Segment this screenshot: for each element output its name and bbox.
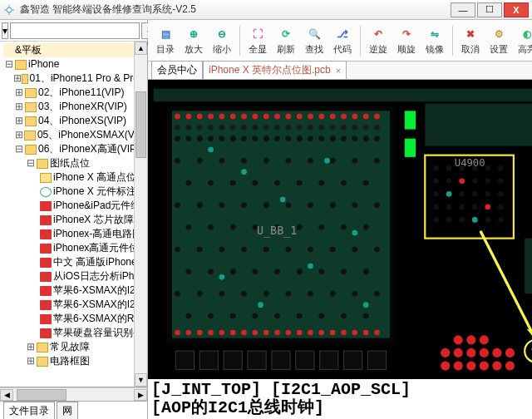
svg-point-33 <box>264 125 269 131</box>
tree-item[interactable]: 苹果硬盘容量识别-8 <box>3 326 147 340</box>
pdf-icon <box>40 229 52 239</box>
svg-point-131 <box>219 247 225 253</box>
svg-point-159 <box>208 313 214 319</box>
svg-rect-2 <box>154 89 532 102</box>
svg-point-88 <box>352 136 358 141</box>
tree-item[interactable]: 苹果6-XSMAX的RF <box>3 312 147 326</box>
zoom-in-button[interactable]: ⊕放大 <box>181 24 206 57</box>
tree-item[interactable]: iPhone X 元件标注 <box>3 185 147 199</box>
tree-item[interactable]: iPhone&iPad元件维 <box>3 199 147 213</box>
svg-point-21 <box>341 114 347 120</box>
svg-point-142 <box>253 269 259 274</box>
tree-item[interactable]: 苹果6-XSMAX的I2S <box>3 298 147 312</box>
svg-point-129 <box>175 247 180 253</box>
svg-point-38 <box>319 125 325 131</box>
svg-point-162 <box>274 313 280 319</box>
tree-hscrollbar[interactable]: ◀ ▶ <box>0 387 147 401</box>
svg-point-116 <box>308 202 313 208</box>
tree-model[interactable]: ⊞02、iPhone11(VIP) <box>3 86 147 100</box>
dir-button[interactable]: ▤目录 <box>153 24 178 57</box>
maximize-button[interactable]: ☐ <box>477 2 502 17</box>
tree-vscrollbar[interactable]: ▲ ▼ <box>134 42 147 387</box>
svg-point-182 <box>433 191 439 197</box>
doc-tab-member[interactable]: 会员中心 <box>151 61 203 79</box>
tree-item[interactable]: 从iOS日志分析iPho <box>3 269 147 283</box>
tree-item[interactable]: iPhone X 高通点位 <box>3 170 147 185</box>
search-dropdown[interactable]: ▾ <box>2 22 8 39</box>
svg-rect-168 <box>405 139 416 157</box>
svg-rect-205 <box>175 351 194 369</box>
app-icon <box>3 4 15 16</box>
pdf-icon <box>40 215 52 225</box>
close-button[interactable]: X <box>504 2 529 17</box>
cancel-button[interactable]: ✖取消 <box>458 24 483 57</box>
expand-icon: ⛶ <box>249 26 266 42</box>
filedir-tab[interactable]: 文件目录 <box>3 402 55 419</box>
minimize-button[interactable]: — <box>451 2 475 17</box>
search-input[interactable] <box>10 22 140 39</box>
net-tab[interactable]: 网 <box>57 402 78 419</box>
tree-item[interactable]: iPhonex高通元件位 <box>3 241 147 255</box>
svg-point-77 <box>230 136 236 141</box>
fullview-button[interactable]: ⛶全显 <box>245 24 270 57</box>
svg-point-144 <box>297 269 303 274</box>
scroll-left-button[interactable]: ◀ <box>0 389 13 401</box>
svg-point-41 <box>352 125 358 131</box>
scroll-right-button[interactable]: ▶ <box>134 389 147 401</box>
scroll-down-button[interactable]: ▼ <box>135 373 147 387</box>
svg-point-53 <box>175 330 180 336</box>
tree-frame-folder[interactable]: ⊞电路框图 <box>3 354 147 368</box>
refresh-button[interactable]: ⟳刷新 <box>273 24 298 57</box>
svg-point-165 <box>341 313 347 319</box>
tree-model[interactable]: ⊞03、iPhoneXR(VIP) <box>3 100 147 114</box>
svg-point-39 <box>330 125 336 131</box>
code-button[interactable]: ⎇代码 <box>330 24 355 57</box>
tree-item[interactable]: 苹果6-XSMAX的I2C <box>3 283 147 298</box>
svg-point-226 <box>454 335 463 344</box>
tree-root[interactable]: &平板 <box>3 43 147 57</box>
settings-button[interactable]: ⚙设置 <box>486 24 511 57</box>
svg-point-146 <box>341 269 347 274</box>
svg-point-153 <box>286 291 292 297</box>
svg-rect-208 <box>248 351 266 369</box>
svg-point-195 <box>446 217 452 223</box>
tree-item[interactable]: 中文 高通版iPhone <box>3 255 147 269</box>
svg-point-188 <box>433 205 439 210</box>
svg-point-224 <box>492 361 501 370</box>
svg-point-145 <box>319 269 325 274</box>
tree-points-folder[interactable]: ⊟图纸点位 <box>3 156 147 170</box>
tree-brand[interactable]: ⊟iPhone <box>3 57 147 71</box>
doc-tab-pcb[interactable]: iPhone X 英特尔点位图.pcb× <box>203 61 347 79</box>
svg-point-18 <box>308 114 313 120</box>
tree-item[interactable]: iPhoneX 芯片故障注 <box>3 213 147 227</box>
highlight-button[interactable]: ◐高亮 <box>515 24 532 57</box>
svg-point-62 <box>274 330 280 336</box>
svg-point-58 <box>230 330 236 336</box>
rotate-left-icon: ↶ <box>370 26 387 42</box>
tree-item[interactable]: iPhonex-高通电路图 <box>3 227 147 241</box>
pcb-canvas[interactable]: U_BB_1 <box>148 80 532 419</box>
tree-model[interactable]: ⊟06、iPhoneX高通(VIP) <box>3 142 147 156</box>
rotate-left-button[interactable]: ↶逆旋 <box>366 24 391 57</box>
rotate-right-button[interactable]: ↷顺旋 <box>394 24 419 57</box>
svg-point-216 <box>466 348 475 357</box>
tree-fault-folder[interactable]: ⊞常见故障 <box>3 340 147 354</box>
mirror-button[interactable]: ⇋镜像 <box>422 24 447 57</box>
svg-point-78 <box>241 136 247 141</box>
tree-model[interactable]: ⊞04、iPhoneXS(VIP) <box>3 114 147 128</box>
scroll-thumb[interactable] <box>135 91 146 158</box>
tree-model[interactable]: ⊞05、iPhoneXSMAX(VIP) <box>3 128 147 142</box>
svg-point-151 <box>241 291 247 297</box>
zoom-out-button[interactable]: ⊖缩小 <box>209 24 234 57</box>
svg-point-187 <box>498 191 504 197</box>
svg-point-75 <box>208 136 214 141</box>
find-button[interactable]: 🔍查找 <box>302 24 327 57</box>
svg-point-68 <box>341 330 347 336</box>
hscroll-thumb[interactable] <box>17 389 66 401</box>
scroll-up-button[interactable]: ▲ <box>135 42 147 55</box>
svg-rect-213 <box>367 351 386 369</box>
tree-model[interactable]: ⊞01、iPhone11 Pro & ProM <box>3 71 147 86</box>
svg-point-40 <box>341 125 347 131</box>
folder-icon <box>24 131 36 140</box>
close-tab-icon[interactable]: × <box>336 66 341 76</box>
